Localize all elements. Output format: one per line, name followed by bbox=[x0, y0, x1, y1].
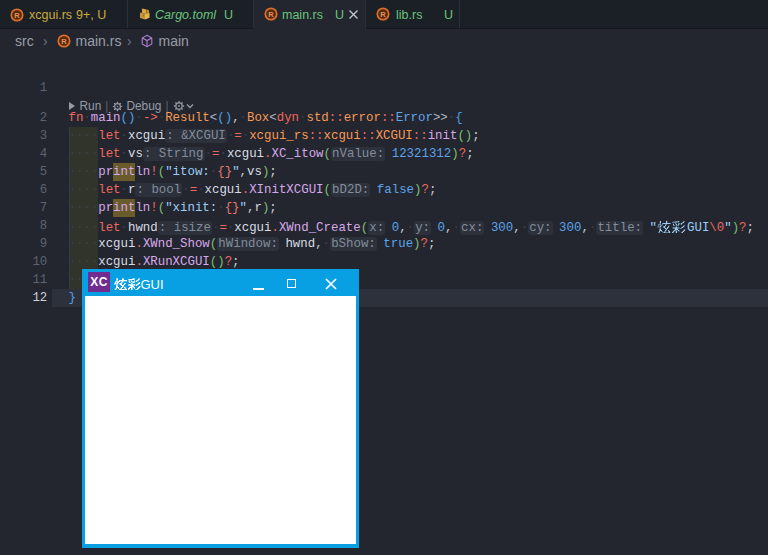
svg-text:R: R bbox=[380, 10, 386, 19]
svg-text:R: R bbox=[61, 37, 67, 46]
svg-text:R: R bbox=[268, 10, 274, 19]
svg-text:R: R bbox=[14, 11, 20, 20]
